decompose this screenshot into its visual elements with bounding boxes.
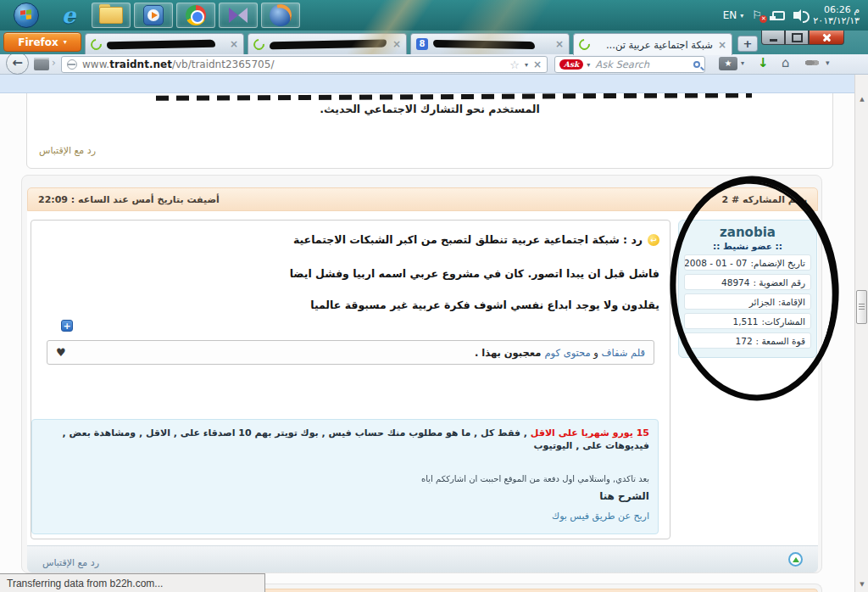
new-tab-button[interactable]: + [737, 36, 758, 52]
tab-4-active[interactable]: شبكة اجتماعية عربية تن... × [573, 33, 732, 55]
url-dropdown-icon[interactable]: ▾ [525, 61, 528, 69]
post-2-container: أضيفت بتاريخ أمس عند الساعه : 22:09 رقم … [21, 175, 822, 573]
bookmarks-button[interactable]: ★ [719, 57, 737, 70]
close-icon[interactable]: × [718, 40, 726, 50]
tab-2[interactable]: × [248, 33, 407, 54]
search-input[interactable] [593, 58, 690, 71]
user-rank: :: عضو نشيط :: [684, 241, 811, 251]
downloads-button[interactable]: ↓ [758, 55, 769, 70]
taskbar-media-player[interactable] [134, 3, 173, 28]
status-text: Transferring data from b22h.com... [7, 578, 163, 589]
loading-spinner-icon [88, 36, 103, 52]
profile-field-memberid: رقم العضوية :48974 [684, 274, 811, 290]
post-body: ↩ رد : شبكة اجتماعية عربية تنطلق لتصبح م… [31, 220, 670, 539]
scroll-to-top-icon[interactable] [788, 552, 803, 567]
stop-icon[interactable]: × [533, 59, 542, 70]
chevron-down-icon: ▾ [64, 38, 67, 46]
redacted-text-line [156, 92, 752, 101]
internet-explorer-icon: e [62, 4, 76, 26]
loading-spinner-icon [251, 36, 266, 52]
likes-text: قلم شفاف و محتوى كوم معجبون بهذا . [66, 347, 645, 359]
post-number: رقم المشاركه # 2 [721, 194, 807, 205]
taskbar-windows-explorer[interactable] [92, 3, 131, 28]
maximize-button[interactable] [785, 31, 809, 45]
search-icon[interactable] [693, 61, 700, 68]
reply-with-quote-link[interactable]: رد مع الإقتباس [42, 557, 99, 568]
post-2-header: أضيفت بتاريخ أمس عند الساعه : 22:09 رقم … [27, 187, 818, 211]
firefox-menu-button[interactable]: Firefox ▾ [3, 32, 81, 52]
tab-3[interactable]: 8 × [410, 33, 570, 54]
signature-box: 15 يورو شهريا على الاقل , فقط كل , ما هو… [31, 419, 659, 534]
search-engine-dropdown-icon[interactable]: ▾ [587, 61, 590, 69]
search-box[interactable]: Ask ▾ [554, 56, 705, 73]
signature-line-1: 15 يورو شهريا على الاقل , فقط كل , ما هو… [41, 427, 649, 452]
toolbar-overflow-icon[interactable]: ▾ [826, 59, 830, 67]
navigation-toolbar: ← › www.traidnt.net/vb/traidnt2365705/ ☆… [0, 54, 868, 75]
addon-moth-icon[interactable] [805, 59, 819, 67]
signature-line-3: الشرح هنا [41, 490, 649, 502]
language-code: EN [723, 9, 737, 21]
signature-red-text: 15 يورو شهريا على الاقل [531, 427, 649, 438]
post-date: أضيفت بتاريخ أمس عند الساعه : 22:09 [38, 194, 220, 205]
redacted-tab-title [107, 39, 215, 49]
url-text[interactable]: www.traidnt.net/vb/traidnt2365705/ [82, 59, 504, 70]
bookmark-star-icon[interactable]: ☆ [509, 59, 520, 71]
heart-icon: ♥ [56, 346, 66, 359]
username[interactable]: zanobia [684, 225, 811, 240]
vertical-scrollbar[interactable]: ▲ ▼ [854, 75, 868, 592]
close-window-button[interactable] [809, 31, 844, 45]
back-button[interactable]: ← [6, 52, 29, 75]
url-www: www. [82, 59, 109, 70]
system-tray: EN ▾ ⚐✕ 06:26 م ٢٠١٣/١٢/١٣ [723, 4, 863, 26]
like-plus-button[interactable]: + [61, 320, 73, 332]
url-bar[interactable]: www.traidnt.net/vb/traidnt2365705/ ☆ ▾ × [61, 56, 548, 73]
tab-1[interactable]: × [85, 33, 244, 54]
action-center-flag-icon[interactable]: ⚐✕ [752, 9, 764, 21]
liker-username-link[interactable]: قلم شفاف [602, 347, 646, 359]
user-profile-panel: zanobia :: عضو نشيط :: تاريخ الإنضمام:07… [678, 220, 817, 358]
start-button[interactable] [7, 3, 46, 28]
reply-with-quote-link[interactable]: رد مع الإقتباس [39, 145, 96, 156]
firefox-menu-label: Firefox [18, 36, 58, 48]
profile-field-location: الإقامة:الجزائر [684, 293, 811, 310]
home-button[interactable]: ⌂ [782, 55, 790, 70]
post-paragraph: يقلدون ولا يوجد ابداع نفسي اشوف فكرة عرب… [42, 299, 659, 311]
post-title-row: ↩ رد : شبكة اجتماعية عربية تنطلق لتصبح م… [42, 233, 659, 246]
reply-arrow-icon: ↩ [648, 234, 659, 246]
signature-link[interactable]: اربح عن طريق فيس بوك [41, 511, 649, 522]
close-icon[interactable]: × [230, 39, 238, 49]
language-indicator[interactable]: EN ▾ [723, 9, 744, 21]
site-button[interactable] [34, 58, 49, 70]
chrome-icon [186, 5, 206, 25]
close-icon[interactable]: × [392, 39, 401, 49]
previous-post-text: المستخدم نحو التشارك الاجتماعي الحديث. [27, 103, 832, 115]
redacted-tab-title [433, 39, 535, 48]
taskbar-firefox[interactable] [261, 3, 300, 28]
post-2-footer: رد مع الإقتباس [27, 545, 818, 572]
tab-favicon: 8 [416, 38, 428, 50]
network-icon[interactable] [772, 11, 785, 20]
taskbar-chrome[interactable] [176, 3, 215, 28]
loading-spinner-icon [576, 36, 592, 52]
speaker-icon[interactable] [793, 12, 799, 19]
windows-logo-icon [20, 9, 32, 20]
url-path: /vb/traidnt2365705/ [172, 59, 275, 70]
profile-field-reputation: قوة السمعة :172 [684, 332, 811, 349]
url-domain: traidnt.net [109, 59, 172, 70]
liker-username-link[interactable]: محتوى كوم [544, 347, 590, 359]
sticky-page-header [0, 75, 854, 93]
ask-logo-icon: Ask [559, 59, 583, 70]
close-icon[interactable]: × [555, 39, 564, 49]
redacted-tab-title [270, 39, 387, 49]
taskbar-clock[interactable]: 06:26 م ٢٠١٣/١٢/١٣ [813, 4, 863, 26]
taskbar-kmplayer[interactable] [219, 3, 258, 28]
scroll-down-icon[interactable]: ▼ [856, 578, 868, 591]
minimize-button[interactable] [761, 31, 785, 45]
bookmarks-dropdown-icon[interactable]: ▾ [741, 59, 744, 67]
taskbar-internet-explorer[interactable]: e [49, 3, 88, 28]
active-tab-title: شبكة اجتماعية عربية تن... [595, 39, 713, 51]
scroll-up-icon[interactable]: ▲ [856, 93, 868, 106]
media-player-icon [143, 5, 164, 25]
firefox-icon [270, 4, 292, 26]
scrollbar-thumb[interactable] [856, 290, 867, 324]
